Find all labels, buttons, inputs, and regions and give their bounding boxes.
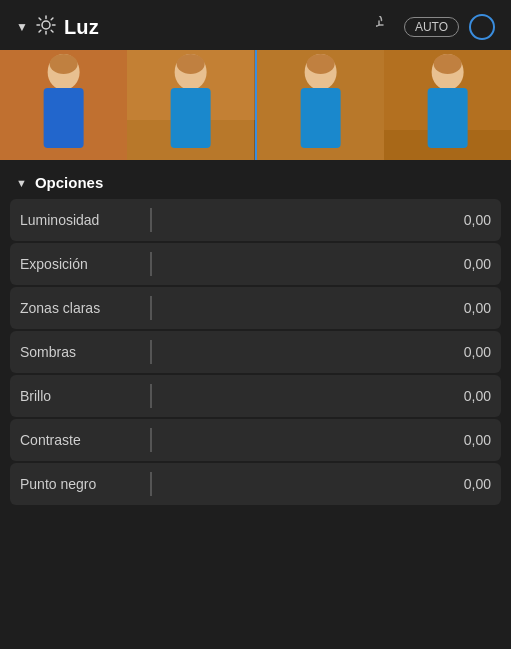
svg-point-14 [50, 54, 78, 74]
slider-label: Brillo [20, 388, 150, 404]
slider-row[interactable]: Sombras0,00 [10, 331, 501, 373]
panel-header: ▼ Luz [0, 0, 511, 50]
svg-line-6 [51, 30, 53, 32]
slider-label: Punto negro [20, 476, 150, 492]
svg-point-0 [42, 21, 50, 29]
slider-track[interactable] [152, 287, 442, 329]
opciones-section-header[interactable]: ▼ Opciones [0, 164, 511, 199]
slider-row[interactable]: Zonas claras0,00 [10, 287, 501, 329]
svg-line-7 [51, 18, 53, 20]
slider-track[interactable] [152, 199, 442, 241]
image-cell-2 [127, 50, 254, 160]
header-left: ▼ Luz [16, 15, 368, 40]
slider-label: Luminosidad [20, 212, 150, 228]
slider-label: Sombras [20, 344, 150, 360]
svg-line-5 [39, 18, 41, 20]
svg-rect-22 [300, 88, 340, 148]
collapse-chevron-icon[interactable]: ▼ [16, 20, 28, 34]
slider-value: 0,00 [441, 388, 491, 404]
slider-track[interactable] [152, 331, 442, 373]
image-strip [0, 50, 511, 160]
image-cell-4 [384, 50, 511, 160]
slider-value: 0,00 [441, 212, 491, 228]
sliders-container: Luminosidad0,00Exposición0,00Zonas clara… [0, 199, 511, 505]
luz-panel: ▼ Luz [0, 0, 511, 649]
slider-row[interactable]: Contraste0,00 [10, 419, 501, 461]
reset-icon[interactable] [376, 16, 394, 38]
slider-row[interactable]: Luminosidad0,00 [10, 199, 501, 241]
slider-value: 0,00 [441, 344, 491, 360]
slider-value: 0,00 [441, 256, 491, 272]
image-cell-1 [0, 50, 127, 160]
panel-title: Luz [64, 16, 99, 39]
svg-rect-18 [171, 88, 211, 148]
opciones-chevron-icon: ▼ [16, 177, 27, 189]
svg-point-19 [177, 54, 205, 74]
svg-point-28 [433, 54, 461, 74]
slider-label: Contraste [20, 432, 150, 448]
opciones-title: Opciones [35, 174, 103, 191]
svg-rect-13 [44, 88, 84, 148]
slider-row[interactable]: Brillo0,00 [10, 375, 501, 417]
svg-rect-27 [427, 88, 467, 148]
sun-icon [36, 15, 56, 40]
slider-label: Exposición [20, 256, 150, 272]
slider-track[interactable] [152, 243, 442, 285]
slider-row[interactable]: Exposición0,00 [10, 243, 501, 285]
slider-value: 0,00 [441, 300, 491, 316]
slider-value: 0,00 [441, 476, 491, 492]
auto-button[interactable]: AUTO [404, 17, 459, 37]
slider-track[interactable] [152, 419, 442, 461]
circle-toggle-button[interactable] [469, 14, 495, 40]
slider-track[interactable] [152, 463, 442, 505]
header-right: AUTO [376, 14, 495, 40]
image-cell-3 [257, 50, 384, 160]
svg-line-8 [39, 30, 41, 32]
slider-track[interactable] [152, 375, 442, 417]
slider-value: 0,00 [441, 432, 491, 448]
slider-label: Zonas claras [20, 300, 150, 316]
slider-row[interactable]: Punto negro0,00 [10, 463, 501, 505]
svg-point-23 [306, 54, 334, 74]
